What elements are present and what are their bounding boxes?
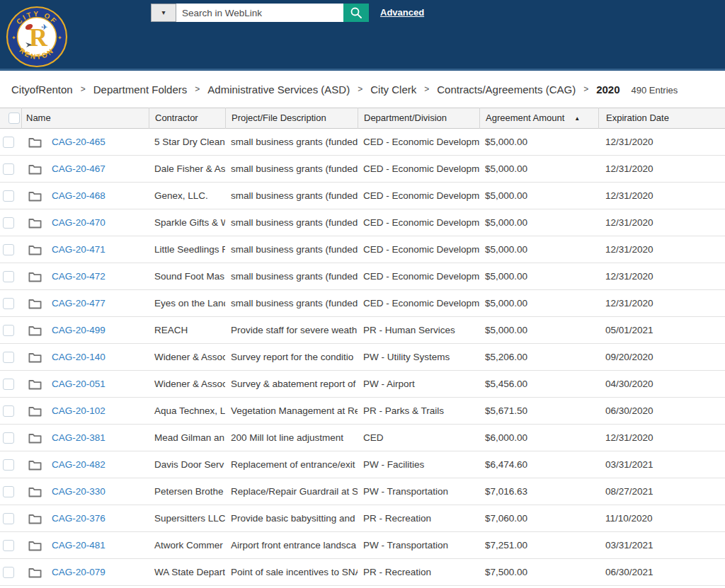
folder-icon[interactable] — [28, 163, 42, 175]
table-row[interactable]: CAG-20-472 Sound Foot Mas small business… — [0, 263, 725, 290]
column-header-contractor-label: Contractor — [155, 113, 198, 123]
sort-ascending-icon: ▲ — [574, 115, 580, 122]
document-link[interactable]: CAG-20-140 — [52, 344, 105, 371]
document-link[interactable]: CAG-20-468 — [52, 183, 105, 209]
table-row[interactable]: CAG-20-140 Widener & Assoc Survey report… — [0, 344, 725, 371]
folder-icon[interactable] — [28, 405, 42, 417]
row-checkbox[interactable] — [3, 540, 14, 551]
advanced-search-link[interactable]: Advanced — [380, 7, 424, 18]
document-link[interactable]: CAG-20-465 — [52, 129, 105, 156]
folder-icon[interactable] — [28, 190, 42, 202]
search-scope-dropdown[interactable]: ▾ — [151, 4, 176, 22]
breadcrumb-items: CityofRenton>Department Folders>Administ… — [11, 83, 620, 96]
document-link[interactable]: CAG-20-477 — [52, 290, 105, 317]
document-link[interactable]: CAG-20-079 — [52, 559, 105, 586]
document-link[interactable]: CAG-20-471 — [52, 236, 105, 263]
search-button[interactable] — [343, 4, 369, 22]
row-checkbox[interactable] — [3, 190, 14, 202]
row-checkbox[interactable] — [3, 567, 14, 578]
table-row[interactable]: CAG-20-079 WA State Depart Point of sale… — [0, 559, 725, 586]
table-row[interactable]: CAG-20-381 Mead Gilman an 200 Mill lot l… — [0, 425, 725, 451]
row-checkbox[interactable] — [3, 352, 14, 363]
breadcrumb-item[interactable]: CityofRenton — [11, 83, 73, 96]
table-row[interactable]: CAG-20-470 Sparkle Gifts & W small busin… — [0, 209, 725, 236]
row-checkbox[interactable] — [3, 325, 14, 336]
folder-icon[interactable] — [28, 486, 42, 497]
table-row[interactable]: CAG-20-468 Genex, LLC. small business gr… — [0, 183, 725, 209]
folder-icon[interactable] — [28, 271, 42, 282]
column-header-name[interactable]: Name — [21, 108, 149, 129]
document-link[interactable]: CAG-20-051 — [52, 371, 105, 398]
column-header-description[interactable]: Project/File Description — [225, 108, 358, 129]
select-all-checkbox[interactable] — [8, 113, 20, 124]
table-row[interactable]: CAG-20-051 Widener & Assoc Survey & abat… — [0, 371, 725, 398]
table-row[interactable]: CAG-20-102 Aqua Technex, L Vegetation Ma… — [0, 398, 725, 425]
description-cell: Airport front entrance landsca — [225, 532, 358, 559]
row-checkbox[interactable] — [3, 163, 14, 175]
document-link[interactable]: CAG-20-482 — [52, 451, 105, 478]
document-link[interactable]: CAG-20-472 — [52, 263, 105, 290]
search-input[interactable] — [176, 4, 343, 22]
city-of-renton-logo[interactable]: CITY OF RENTON ✦ ✦ R ✈ — [6, 6, 68, 68]
row-checkbox[interactable] — [3, 513, 14, 524]
folder-icon[interactable] — [28, 432, 42, 444]
department-cell: PW - Facilities — [358, 451, 479, 478]
folder-icon[interactable] — [28, 137, 42, 148]
row-checkbox[interactable] — [3, 244, 14, 255]
row-select-cell — [0, 344, 21, 371]
row-checkbox[interactable] — [3, 217, 14, 229]
row-checkbox[interactable] — [3, 298, 14, 309]
amount-cell: $5,000.00 — [479, 236, 598, 263]
folder-icon[interactable] — [28, 459, 42, 471]
column-header-amount[interactable]: Agreement Amount▲ — [479, 108, 598, 129]
column-header-expiration[interactable]: Expiration Date — [598, 108, 725, 129]
table-row[interactable]: CAG-20-330 Petersen Brothe Replace/Repai… — [0, 478, 725, 505]
table-row[interactable]: CAG-20-467 Dale Fisher & As small busine… — [0, 156, 725, 183]
folder-icon[interactable] — [28, 325, 42, 336]
folder-icon[interactable] — [28, 540, 42, 551]
description-cell: small business grants (funded — [225, 236, 358, 263]
table-row[interactable]: CAG-20-499 REACH Provide staff for sever… — [0, 317, 725, 344]
table-row[interactable]: CAG-20-477 Eyes on the Land small busine… — [0, 290, 725, 317]
table-row[interactable]: CAG-20-481 Atwork Commer Airport front e… — [0, 532, 725, 559]
folder-icon[interactable] — [28, 379, 42, 390]
document-link[interactable]: CAG-20-470 — [52, 209, 105, 236]
table-row[interactable]: CAG-20-465 5 Star Dry Clean small busine… — [0, 129, 725, 156]
document-link[interactable]: CAG-20-330 — [52, 478, 105, 505]
department-cell: PW - Utility Systems — [358, 344, 479, 371]
table-row[interactable]: CAG-20-471 Little Seedlings F small busi… — [0, 236, 725, 263]
document-link[interactable]: CAG-20-376 — [52, 505, 105, 532]
row-checkbox[interactable] — [3, 459, 14, 471]
document-link[interactable]: CAG-20-499 — [52, 317, 105, 344]
department-cell: PR - Parks & Trails — [358, 398, 479, 425]
folder-icon[interactable] — [28, 567, 42, 578]
folder-icon[interactable] — [28, 513, 42, 524]
column-header-name-label: Name — [26, 113, 51, 123]
amount-cell: $6,474.60 — [479, 451, 598, 478]
row-checkbox[interactable] — [3, 486, 14, 497]
row-checkbox[interactable] — [3, 432, 14, 444]
folder-icon[interactable] — [28, 298, 42, 309]
description-cell: Survey & abatement report of — [225, 371, 358, 398]
document-link[interactable]: CAG-20-381 — [52, 425, 105, 451]
breadcrumb-item[interactable]: Contracts/Agreements (CAG) — [437, 83, 576, 96]
folder-icon[interactable] — [28, 352, 42, 363]
folder-icon[interactable] — [28, 217, 42, 229]
document-link[interactable]: CAG-20-481 — [52, 532, 105, 559]
column-header-department[interactable]: Department/Division — [358, 108, 479, 129]
document-link[interactable]: CAG-20-467 — [52, 156, 105, 183]
row-checkbox[interactable] — [3, 405, 14, 417]
row-select-cell — [0, 505, 21, 532]
row-checkbox[interactable] — [3, 271, 14, 282]
folder-icon[interactable] — [28, 244, 42, 255]
document-link[interactable]: CAG-20-102 — [52, 398, 105, 425]
breadcrumb-item[interactable]: Department Folders — [93, 83, 188, 96]
row-select-cell — [0, 129, 21, 156]
breadcrumb-item[interactable]: Administrative Services (ASD) — [207, 83, 350, 96]
row-checkbox[interactable] — [3, 137, 14, 148]
row-checkbox[interactable] — [3, 379, 14, 390]
table-row[interactable]: CAG-20-376 Supersitters LLC Provide basi… — [0, 505, 725, 532]
breadcrumb-item[interactable]: City Clerk — [370, 83, 416, 96]
table-row[interactable]: CAG-20-482 Davis Door Serv Replacement o… — [0, 451, 725, 478]
column-header-contractor[interactable]: Contractor — [149, 108, 225, 129]
